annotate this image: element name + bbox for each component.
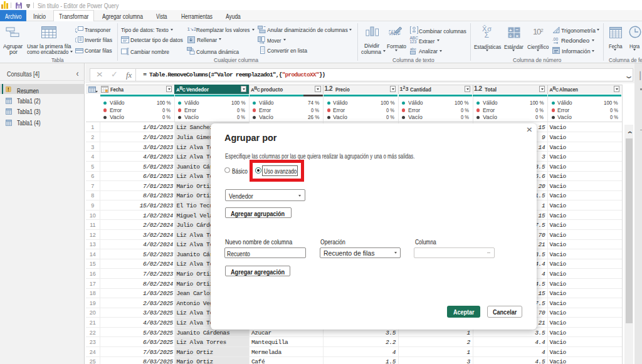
svg-text:÷: ÷ [509, 33, 512, 39]
svg-text:×: × [516, 33, 519, 39]
svg-text:−: − [516, 27, 519, 33]
svg-text:+: + [509, 28, 512, 33]
svg-text:abc: abc [410, 47, 416, 51]
svg-text:.00: .00 [552, 37, 558, 41]
